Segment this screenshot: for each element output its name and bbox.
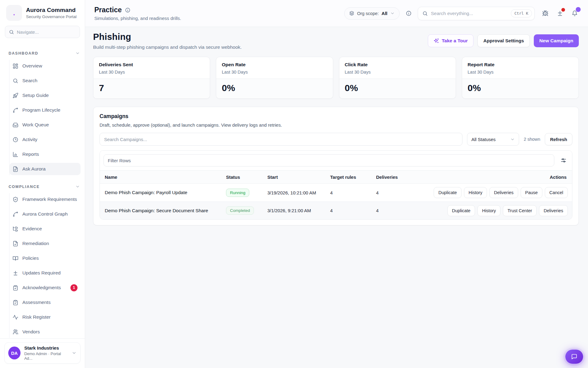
sidebar-item-activity[interactable]: Activity xyxy=(9,133,81,146)
sidebar-item-work-queue[interactable]: Work Queue xyxy=(9,119,81,131)
sidebar-item-label: Policies xyxy=(22,255,39,261)
filter-rows-input[interactable] xyxy=(108,158,550,163)
tree-icon xyxy=(13,226,18,232)
campaign-start: 3/1/2026, 9:21:00 AM xyxy=(267,208,330,213)
status-badge: Completed xyxy=(226,206,254,215)
info-icon[interactable] xyxy=(125,7,130,13)
sidebar-item-label: Updates Required xyxy=(22,270,61,276)
stat-value: 0% xyxy=(462,79,579,98)
clipboard-icon xyxy=(13,300,18,305)
chat-launcher-button[interactable] xyxy=(565,350,583,364)
chat-bubble-icon xyxy=(571,354,577,360)
deliveries-button[interactable]: Deliveries xyxy=(489,187,518,198)
duplicate-button[interactable]: Duplicate xyxy=(447,205,475,216)
sidebar-item-search[interactable]: Search xyxy=(9,75,81,87)
history-button[interactable]: History xyxy=(477,205,500,216)
filter-rows-field[interactable] xyxy=(104,154,554,167)
spline-icon xyxy=(13,107,18,113)
campaign-deliveries: 4 xyxy=(376,190,419,195)
global-search[interactable]: Ctrl K xyxy=(418,7,535,20)
changes-button[interactable] xyxy=(556,9,564,18)
sidebar-item-remediation[interactable]: Remediation xyxy=(9,237,81,250)
chevron-down-icon xyxy=(75,184,80,189)
navigate-input[interactable] xyxy=(17,29,76,35)
debug-button[interactable] xyxy=(541,9,549,18)
history-button[interactable]: History xyxy=(464,187,487,198)
sidebar-section-header[interactable]: COMPLIANCE xyxy=(9,184,80,189)
stat-card: Deliveries Sent Last 30 Days 7 xyxy=(93,57,210,99)
topbar: Practice Simulations, phishing, and read… xyxy=(85,0,588,27)
sidebar-item-updates-required[interactable]: Updates Required xyxy=(9,267,81,279)
notifications-button[interactable] xyxy=(570,9,579,18)
campaign-name: Demo Phish Campaign: Payroll Update xyxy=(100,190,226,195)
sidebar-section-header[interactable]: DASHBOARD xyxy=(9,51,80,56)
book-icon xyxy=(13,255,18,261)
sidebar-item-assessments[interactable]: Assessments xyxy=(9,296,81,309)
sidebar-item-label: Assessments xyxy=(22,300,51,305)
sidebar-section: DASHBOARD Overview Search Setup Guide Pr… xyxy=(9,51,81,175)
diff-icon xyxy=(13,270,18,276)
stat-title: Open Rate xyxy=(222,62,327,67)
sidebar-item-framework-requirements[interactable]: Framework Requirements xyxy=(9,193,81,205)
activity-icon xyxy=(13,314,18,320)
sidebar-user-area: DA Stark Industries Demo Admin · Portal … xyxy=(0,338,85,368)
page-content: Phishing Build multi-step phishing campa… xyxy=(85,27,588,225)
sidebar-nav-search[interactable] xyxy=(5,26,80,38)
app-logo-row[interactable]: Aurora Command Security Governance Porta… xyxy=(0,0,85,24)
sidebar-item-setup-guide[interactable]: Setup Guide xyxy=(9,89,81,102)
duplicate-button[interactable]: Duplicate xyxy=(434,187,461,198)
new-campaign-button[interactable]: New Campaign xyxy=(534,34,579,47)
notification-badge: 1 xyxy=(70,284,77,291)
sidebar-item-overview[interactable]: Overview xyxy=(9,60,81,72)
clipboard-icon xyxy=(13,285,18,291)
sidebar-item-label: Reports xyxy=(22,151,39,157)
filecheck-icon xyxy=(13,241,18,247)
clock-icon xyxy=(13,137,18,143)
sidebar-section: COMPLIANCE Framework Requirements Aurora… xyxy=(9,184,81,338)
approval-settings-button[interactable]: Approval Settings xyxy=(477,34,530,47)
column-settings-button[interactable] xyxy=(559,157,568,163)
global-search-input[interactable] xyxy=(431,11,508,16)
user-menu[interactable]: DA Stark Industries Demo Admin · Portal … xyxy=(4,342,81,364)
table-row[interactable]: Demo Phish Campaign: Payroll Update Runn… xyxy=(100,184,572,201)
campaign-search-input[interactable] xyxy=(104,137,458,142)
take-a-tour-button[interactable]: Take a Tour xyxy=(428,34,474,47)
pause-button[interactable]: Pause xyxy=(521,187,542,198)
sidebar-item-acknowledgments[interactable]: Acknowledgments 1 xyxy=(9,282,81,294)
org-scope-selector[interactable]: Org scope: All xyxy=(344,7,400,20)
search-icon xyxy=(9,29,14,35)
campaign-target-rules: 4 xyxy=(330,208,376,213)
stat-value: 7 xyxy=(93,79,210,98)
cancel-button[interactable]: Cancel xyxy=(545,187,568,198)
sidebar-item-label: Setup Guide xyxy=(22,93,49,98)
sidebar-item-risk-register[interactable]: Risk Register xyxy=(9,311,81,323)
trust-center-button[interactable]: Trust Center xyxy=(503,205,537,216)
sidebar: Aurora Command Security Governance Porta… xyxy=(0,0,85,368)
sidebar-group: Framework Requirements Aurora Control Gr… xyxy=(9,193,81,338)
shield-icon xyxy=(13,197,18,202)
app-logo xyxy=(6,5,22,21)
info-icon[interactable] xyxy=(406,10,412,16)
sidebar-item-evidence[interactable]: Evidence xyxy=(9,223,81,235)
sidebar-item-reports[interactable]: Reports xyxy=(9,148,81,160)
user-org: Stark Industries xyxy=(24,345,68,351)
sidebar-item-program-lifecycle[interactable]: Program Lifecycle xyxy=(9,104,81,116)
rows-shown-count: 2 shown xyxy=(524,137,540,142)
sidebar-item-label: Work Queue xyxy=(22,122,49,128)
row-actions: DuplicateHistoryTrust CenterDeliveries xyxy=(419,205,572,216)
sidebar-item-label: Activity xyxy=(22,137,37,142)
campaign-search[interactable] xyxy=(100,133,462,146)
refresh-button[interactable]: Refresh xyxy=(545,133,572,145)
sidebar-item-policies[interactable]: Policies xyxy=(9,252,81,264)
sidebar-item-aurora-control-graph[interactable]: Aurora Control Graph xyxy=(9,208,81,220)
sidebar-group: Overview Search Setup Guide Program Life… xyxy=(9,60,81,175)
sidebar-item-ask-aurora[interactable]: Ask Aurora xyxy=(9,163,81,175)
stat-title: Deliveries Sent xyxy=(99,62,204,67)
status-filter-select[interactable]: All Statuses xyxy=(467,133,519,146)
table-row[interactable]: Demo Phish Campaign: Secure Document Sha… xyxy=(100,201,572,219)
deliveries-button[interactable]: Deliveries xyxy=(539,205,568,216)
avatar: DA xyxy=(8,347,21,359)
sidebar-item-label: Overview xyxy=(22,63,42,69)
sidebar-item-vendors[interactable]: Vendors xyxy=(9,326,81,338)
campaign-start: 3/19/2026, 10:21:00 AM xyxy=(267,190,330,195)
